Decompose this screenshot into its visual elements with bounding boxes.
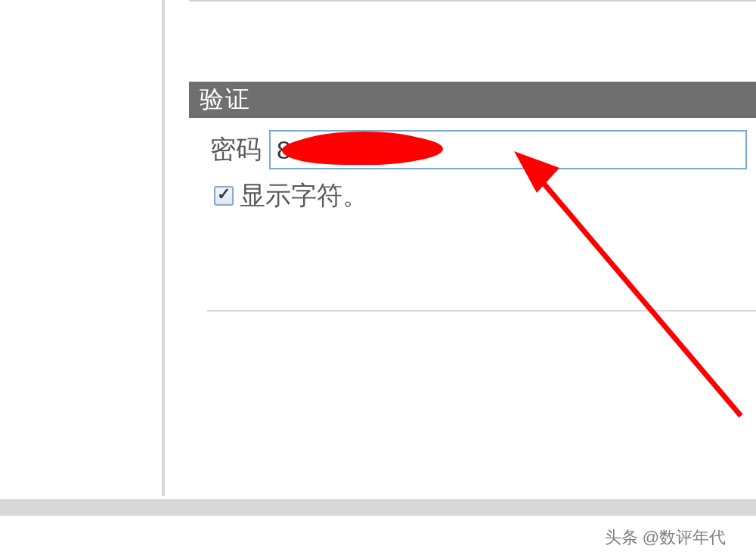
outer-container: 验证 密码 8 显示字符。 <box>0 0 756 520</box>
attribution-text: 头条 @数评年代 <box>605 526 726 549</box>
password-label: 密码 <box>210 132 262 167</box>
show-characters-row: 显示字符。 <box>214 178 756 213</box>
password-input[interactable] <box>269 130 747 169</box>
show-characters-label: 显示字符。 <box>240 178 368 213</box>
password-input-wrapper: 8 <box>269 130 747 169</box>
section-title: 验证 <box>200 83 251 116</box>
left-sidebar <box>0 0 165 496</box>
show-characters-checkbox[interactable] <box>214 186 234 206</box>
horizontal-divider <box>207 310 756 312</box>
form-area: 密码 8 显示字符。 <box>210 130 756 213</box>
password-row: 密码 8 <box>210 130 756 169</box>
bottom-bar <box>0 499 756 516</box>
top-divider <box>189 0 756 2</box>
section-header-authentication: 验证 <box>189 82 756 118</box>
main-panel: 验证 密码 8 显示字符。 <box>168 0 756 496</box>
